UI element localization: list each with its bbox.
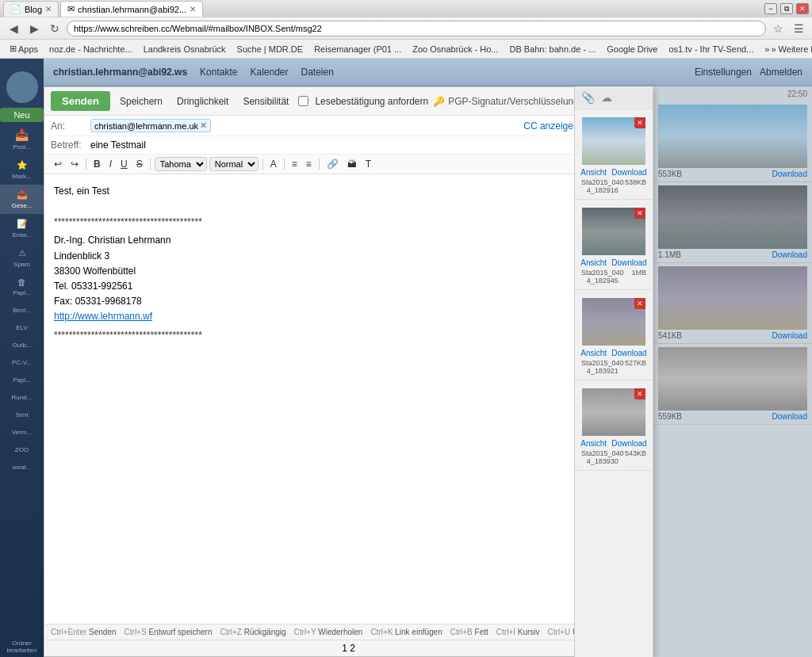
attachment-view-3[interactable]: Ansicht	[580, 349, 607, 357]
reload-button[interactable]: ↻	[46, 20, 63, 37]
maximize-button[interactable]: ⧉	[780, 3, 793, 14]
font-select[interactable]: Tahoma	[155, 157, 207, 171]
bookmark-reise[interactable]: Reisemanager (P01 ...	[309, 43, 406, 55]
right-panel-item-1: 553KB Download	[653, 101, 812, 182]
new-mail-button[interactable]: Neu	[0, 108, 44, 122]
underline-button[interactable]: U	[117, 157, 131, 171]
tab-blog-close[interactable]: ✕	[45, 5, 52, 13]
attachment-delete-3[interactable]: ✕	[634, 298, 645, 309]
bookmark-gdrive[interactable]: Google Drive	[602, 43, 662, 55]
ordered-list-button[interactable]: ≡	[289, 157, 301, 171]
sidebar-item-papierkorb[interactable]: 🗑Papi...	[0, 273, 44, 301]
attachment-download-1[interactable]: Download	[611, 168, 646, 177]
sidebar-item-gesendet[interactable]: 📤Gese...	[0, 185, 44, 214]
save-button[interactable]: Speichern	[115, 94, 167, 109]
back-button[interactable]: ◀	[5, 20, 22, 37]
sidebar-item-spam[interactable]: ⚠Spam	[0, 243, 44, 273]
star-button[interactable]: ☆	[769, 20, 787, 37]
italic-button[interactable]: I	[106, 157, 115, 171]
folder-edit-button[interactable]: Ordner bearbeiten	[0, 636, 44, 657]
shortcut-send: Ctrl+Enter Senden	[51, 628, 117, 636]
size-select[interactable]: Normal	[209, 157, 259, 171]
close-button[interactable]: ✕	[796, 3, 809, 14]
pgp-label[interactable]: PGP-Signatur/Verschlüsselung	[448, 96, 579, 107]
text-format-button[interactable]: T	[362, 157, 374, 171]
font-color-button[interactable]: A	[267, 157, 280, 171]
sidebar-item-rundum[interactable]: Rund...	[0, 388, 44, 406]
cc-link[interactable]: CC anzeigen	[523, 120, 578, 132]
right-download-1[interactable]: Download	[772, 170, 807, 178]
settings-link[interactable]: Einstellungen	[695, 67, 752, 78]
sidebar-item-zoo[interactable]: ZOO	[0, 441, 44, 458]
bookmark-more[interactable]: » » Weitere Lesezeichen	[760, 43, 812, 55]
sidebar-item-besonders[interactable]: Best...	[0, 301, 44, 319]
subject-field-row: Betreff:	[44, 136, 653, 155]
sidebar-item-pc[interactable]: PC-V...	[0, 353, 44, 371]
bookmark-db[interactable]: DB Bahn: bahn.de - ...	[504, 43, 600, 55]
sig-url[interactable]: http://www.lehrmann.wf	[54, 309, 643, 324]
menu-button[interactable]: ☰	[790, 20, 807, 37]
recipient-tag[interactable]: christian@lehrmann.me.uk ✕	[90, 119, 211, 132]
address-bar[interactable]	[67, 21, 766, 36]
strikethrough-button[interactable]: S	[133, 157, 146, 171]
tab-blog[interactable]: 📄 Blog ✕	[3, 1, 59, 17]
compose-body[interactable]: Test, ein Test *************************…	[44, 174, 653, 624]
undo-button[interactable]: ↩	[51, 157, 65, 171]
forward-button[interactable]: ▶	[25, 20, 43, 37]
logout-link[interactable]: Abmelden	[760, 67, 802, 78]
sidebar-item-sent2[interactable]: Sent	[0, 406, 44, 423]
to-input[interactable]	[214, 120, 523, 132]
bookmark-noz[interactable]: noz.de - Nachrichte...	[44, 43, 137, 55]
attachment-download-3[interactable]: Download	[611, 349, 646, 357]
read-receipt-checkbox[interactable]	[298, 96, 308, 106]
sidebar-item-vermiet[interactable]: Verm...	[0, 423, 44, 441]
bold-button[interactable]: B	[90, 157, 104, 171]
send-button[interactable]: Senden	[51, 91, 110, 111]
tab-mail[interactable]: ✉ christian.lehrmann@abi92... ✕	[60, 1, 203, 17]
sidebar-item-entwuerfe[interactable]: 📝Entw...	[0, 214, 44, 243]
attachment-view-4[interactable]: Ansicht	[580, 439, 607, 448]
link-button[interactable]: 🔗	[324, 157, 342, 171]
nav-dateien[interactable]: Dateien	[301, 67, 334, 78]
redo-button[interactable]: ↪	[67, 157, 82, 171]
unordered-list-button[interactable]: ≡	[303, 157, 315, 171]
attachment-actions-1: Ansicht Download	[580, 168, 648, 177]
right-item-1-footer: 553KB Download	[658, 170, 807, 178]
tab-mail-close[interactable]: ✕	[190, 5, 196, 13]
nav-kontakte[interactable]: Kontakte	[200, 67, 237, 78]
right-item-4-footer: 559KB Download	[658, 412, 807, 421]
right-download-2[interactable]: Download	[772, 250, 807, 259]
priority-button[interactable]: Dringlichkeit	[172, 94, 233, 109]
attachment-delete-4[interactable]: ✕	[634, 388, 645, 399]
attachment-view-1[interactable]: Ansicht	[580, 168, 607, 177]
attachment-item-1: ✕ Ansicht Download Sta2015_0404_182916 5…	[575, 109, 653, 200]
image-button[interactable]: 🏔	[344, 157, 360, 171]
sensitivity-button[interactable]: Sensibilität	[238, 94, 293, 109]
bookmark-landkreis[interactable]: Landkreis Osnabrück	[139, 43, 231, 55]
recipient-remove-icon[interactable]: ✕	[200, 120, 207, 131]
attachment-download-2[interactable]: Download	[611, 258, 646, 267]
signature-sep-top: ****************************************	[54, 215, 643, 230]
minimize-button[interactable]: −	[764, 3, 777, 14]
sidebar-item-outbox[interactable]: Outb...	[0, 336, 44, 353]
sidebar-item-posteingang[interactable]: 📥Post...	[0, 124, 44, 155]
subject-input[interactable]	[90, 139, 646, 151]
sidebar-item-weath[interactable]: weat...	[0, 458, 44, 476]
attachment-item-4: ✕ Ansicht Download Sta2015_0404_183930 5…	[575, 380, 653, 471]
bookmark-zoo[interactable]: Zoo Osnabrück - Ho...	[408, 43, 503, 55]
bookmark-suche[interactable]: Suche | MDR.DE	[232, 43, 308, 55]
nav-kalender[interactable]: Kalender	[250, 67, 288, 78]
right-download-3[interactable]: Download	[772, 331, 807, 340]
attachment-delete-1[interactable]: ✕	[634, 117, 645, 128]
sidebar-item-markiert[interactable]: ⭐Mark...	[0, 155, 44, 185]
sidebar-item-elv[interactable]: ELV	[0, 319, 44, 336]
body-text: Test, ein Test	[54, 184, 643, 199]
bookmark-apps[interactable]: ⊞ Apps	[5, 42, 43, 55]
bookmark-os1[interactable]: os1.tv - Ihr TV-Send...	[665, 43, 759, 55]
attachment-view-2[interactable]: Ansicht	[580, 258, 607, 267]
attachment-download-4[interactable]: Download	[611, 439, 646, 448]
attachment-delete-2[interactable]: ✕	[634, 208, 645, 219]
right-download-4[interactable]: Download	[772, 412, 807, 421]
sidebar-item-papi2[interactable]: Papi...	[0, 371, 44, 388]
to-field-row: An: christian@lehrmann.me.uk ✕ CC anzeig…	[44, 116, 653, 136]
